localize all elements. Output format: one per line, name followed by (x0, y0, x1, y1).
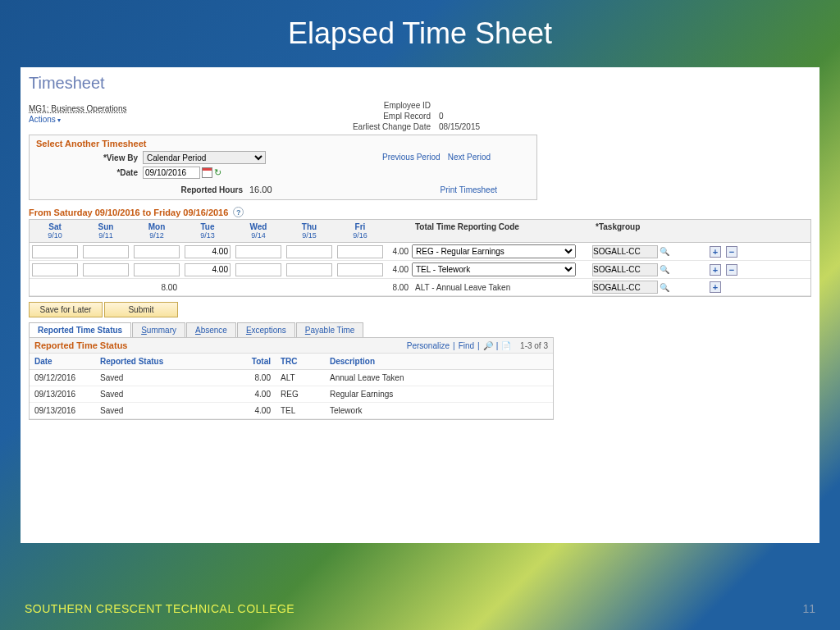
trc-select[interactable]: REG - Regular Earnings (412, 244, 576, 258)
day-header: Fri9/16 (335, 220, 386, 242)
day-header: Tue9/13 (182, 220, 233, 242)
week-range-title: From Saturday 09/10/2016 to Friday 09/16… (29, 207, 811, 217)
unit-label: MG1: Business Operations (29, 104, 340, 113)
delete-row-button[interactable]: − (726, 246, 737, 258)
employee-id-label: Employee ID (340, 101, 439, 110)
slide-title: Elapsed Time Sheet (0, 0, 840, 59)
hours-input[interactable] (286, 263, 332, 276)
hours-input[interactable] (337, 245, 383, 258)
help-icon[interactable]: ? (233, 207, 244, 217)
trc-select[interactable]: TEL - Telework (412, 262, 576, 276)
refresh-icon[interactable]: ↻ (214, 167, 225, 178)
print-timesheet-link[interactable]: Print Timesheet (441, 185, 497, 194)
previous-period-link[interactable]: Previous Period (382, 153, 441, 162)
col-date[interactable]: Date (30, 354, 95, 369)
day-header: Sun9/11 (80, 220, 131, 242)
tab-absence[interactable]: Absence (186, 322, 236, 337)
row-total: 8.00 (386, 283, 412, 292)
submit-button[interactable]: Submit (104, 302, 178, 317)
find-link[interactable]: Find (459, 341, 474, 350)
view-by-label: *View By (36, 153, 143, 162)
day-header: Thu9/15 (284, 220, 335, 242)
hours-input[interactable] (337, 263, 383, 276)
row-total: 4.00 (386, 247, 412, 256)
lookup-icon[interactable]: 🔍 (660, 265, 669, 275)
hours-static: 8.00 (131, 283, 182, 292)
tab-summary[interactable]: Summary (132, 322, 185, 337)
add-row-button[interactable]: + (710, 264, 721, 276)
hours-input[interactable] (235, 245, 281, 258)
trc-header: Total Time Reporting Code (412, 220, 592, 242)
time-row: 4.00TEL - Telework🔍+− (30, 261, 810, 279)
col-desc[interactable]: Description (325, 354, 553, 369)
rts-count: 1-3 of 3 (520, 341, 548, 350)
page-title: Timesheet (29, 74, 811, 93)
row-total: 4.00 (386, 265, 412, 274)
rts-row: 09/12/2016Saved8.00ALTAnnual Leave Taken (30, 370, 553, 386)
empl-record-label: Empl Record (340, 112, 439, 121)
personalize-link[interactable]: Personalize (407, 341, 450, 350)
calendar-icon[interactable] (202, 167, 212, 178)
hours-input[interactable] (235, 263, 281, 276)
taskgroup-header: *Taskgroup (592, 220, 691, 242)
footer-page: 11 (802, 602, 815, 615)
empl-record-value: 0 (439, 112, 444, 121)
view-by-select[interactable]: Calendar Period (143, 151, 266, 164)
date-input[interactable] (143, 167, 200, 179)
tab-payable-time[interactable]: Payable Time (296, 322, 364, 337)
rts-row: 09/13/2016Saved4.00REGRegular Earnings (30, 386, 553, 403)
hours-input[interactable] (83, 263, 129, 276)
delete-row-button[interactable]: − (726, 264, 737, 276)
hours-input[interactable] (134, 263, 180, 276)
change-date-label: Earliest Change Date (340, 122, 439, 131)
hours-input[interactable] (185, 245, 231, 258)
col-total[interactable]: Total (218, 354, 276, 369)
day-header: Wed9/14 (233, 220, 284, 242)
tab-reported-time-status[interactable]: Reported Time Status (29, 322, 131, 337)
hours-input[interactable] (134, 245, 180, 258)
taskgroup-input[interactable] (592, 281, 658, 294)
download-icon[interactable]: 📄 (501, 341, 511, 350)
app-screenshot: Timesheet MG1: Business Operations Actio… (21, 67, 819, 543)
next-period-link[interactable]: Next Period (448, 153, 491, 162)
date-label: *Date (36, 168, 143, 177)
zoom-icon[interactable]: 🔎 (483, 341, 493, 350)
slide-footer: SOUTHERN CRESCENT TECHNICAL COLLEGE 11 (0, 602, 840, 615)
select-timesheet-panel: Select Another Timesheet *View By Calend… (29, 135, 537, 200)
hours-input[interactable] (185, 263, 231, 276)
trc-static: ALT - Annual Leave Taken (412, 283, 592, 292)
select-timesheet-title: Select Another Timesheet (36, 139, 530, 148)
day-header: Sat9/10 (30, 220, 80, 242)
actions-menu[interactable]: Actions (29, 115, 340, 124)
col-trc[interactable]: TRC (276, 354, 325, 369)
reported-hours-label: Reported Hours (36, 185, 249, 194)
change-date-value: 08/15/2015 (439, 122, 480, 131)
hours-input[interactable] (286, 245, 332, 258)
hours-input[interactable] (83, 245, 129, 258)
hours-input[interactable] (32, 263, 78, 276)
rts-title: Reported Time Status (34, 340, 128, 350)
time-row: 4.00REG - Regular Earnings🔍+− (30, 243, 810, 261)
tab-exceptions[interactable]: Exceptions (237, 322, 295, 337)
day-header: Mon9/12 (131, 220, 182, 242)
rts-row: 09/13/2016Saved4.00TELTelework (30, 403, 553, 419)
taskgroup-input[interactable] (592, 263, 658, 276)
save-button[interactable]: Save for Later (29, 302, 103, 317)
lookup-icon[interactable]: 🔍 (660, 283, 669, 293)
reported-time-status-panel: Reported Time Status Personalize | Find … (29, 337, 554, 420)
col-status[interactable]: Reported Status (95, 354, 218, 369)
add-row-button[interactable]: + (710, 281, 721, 293)
hours-input[interactable] (32, 245, 78, 258)
reported-hours-value: 16.00 (249, 185, 272, 194)
time-row: 8.008.00ALT - Annual Leave Taken🔍+ (30, 279, 810, 296)
taskgroup-input[interactable] (592, 245, 658, 258)
time-grid: Sat9/10Sun9/11Mon9/12Tue9/13Wed9/14Thu9/… (29, 219, 811, 297)
add-row-button[interactable]: + (710, 246, 721, 258)
footer-org: SOUTHERN CRESCENT TECHNICAL COLLEGE (25, 602, 294, 615)
lookup-icon[interactable]: 🔍 (660, 247, 669, 257)
